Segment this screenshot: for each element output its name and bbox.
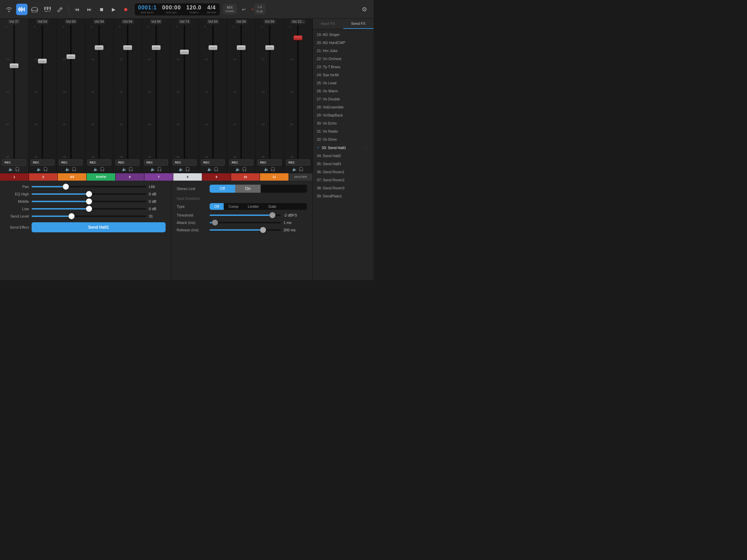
type-limiter-button[interactable]: Limiter xyxy=(243,203,264,210)
type-off-button[interactable]: Off xyxy=(210,203,224,210)
fader-thumb-6[interactable] xyxy=(152,45,160,50)
speaker-icon-11[interactable]: 🔈 xyxy=(292,167,297,171)
fader-thumb-10[interactable] xyxy=(265,45,274,50)
speaker-icon-9[interactable]: 🔈 xyxy=(235,167,240,171)
fader-thumb-2[interactable] xyxy=(38,59,47,63)
fx-item-20[interactable]: 39: SendPlate1 xyxy=(313,192,374,200)
send-level-slider[interactable] xyxy=(31,216,146,217)
channel-label-3[interactable]: 3/4 xyxy=(58,173,87,181)
rec-btn-2[interactable]: REC xyxy=(31,159,54,165)
channel-label-5[interactable]: 6 xyxy=(115,173,145,181)
channel-label-2[interactable]: 2 xyxy=(29,173,58,181)
speaker-icon-5[interactable]: 🔈 xyxy=(122,167,127,171)
fader-thumb-7[interactable] xyxy=(180,50,189,54)
headphone-icon-8[interactable]: 🎧 xyxy=(214,167,218,171)
speaker-icon-1[interactable]: 🔈 xyxy=(8,167,14,171)
wifi-icon[interactable] xyxy=(3,4,15,15)
rec-btn-4[interactable]: REC xyxy=(87,159,111,165)
master-button[interactable]: MASTER xyxy=(289,173,312,181)
rec-btn-11[interactable]: REC xyxy=(286,159,310,165)
fast-forward-button[interactable]: ⏭ xyxy=(84,4,95,15)
channel-strip-2[interactable]: Vol 540-12-16-20-48REC🔈🎧 xyxy=(29,19,57,173)
pan-slider[interactable] xyxy=(31,186,146,187)
channel-strip-4[interactable]: Vol 940-12-16-20-48REC🔈🎧 xyxy=(85,19,114,173)
channel-strip-11[interactable]: Vol 10...0-12-16-20-48REC🔈🎧 xyxy=(284,19,312,173)
low-slider[interactable] xyxy=(31,208,146,210)
headphone-icon-7[interactable]: 🎧 xyxy=(185,167,190,171)
record-button[interactable]: ⏺ xyxy=(120,4,131,15)
channel-label-4[interactable]: SYNTH xyxy=(87,173,115,181)
fader-thumb-1[interactable] xyxy=(10,63,19,68)
rec-btn-9[interactable]: REC xyxy=(229,159,253,165)
fx-item-9[interactable]: 28: VoEnsemble xyxy=(313,103,374,111)
channel-strip-9[interactable]: Vol 940-12-16-20-48REC🔈🎧 xyxy=(227,19,256,173)
headphone-icon-10[interactable]: 🎧 xyxy=(271,167,276,171)
piano-roll-icon[interactable] xyxy=(42,4,53,15)
fx-item-19[interactable]: 38: Send Room3 xyxy=(313,184,374,192)
speaker-icon-4[interactable]: 🔈 xyxy=(93,167,98,171)
type-comp-button[interactable]: Comp xyxy=(224,203,243,210)
channel-label-7[interactable]: 8 xyxy=(173,173,202,181)
fx-item-1[interactable]: 20: AG HardCMP xyxy=(313,38,374,47)
fx-item-11[interactable]: 30: Vo Echo xyxy=(313,119,374,127)
fx-item-8[interactable]: 27: Vo Double xyxy=(313,95,374,103)
channel-label-6[interactable]: 7 xyxy=(145,173,173,181)
rec-btn-8[interactable]: REC xyxy=(201,159,225,165)
fader-thumb-4[interactable] xyxy=(95,45,103,50)
input-fx-tab[interactable]: Input FX xyxy=(313,19,343,29)
stereo-on-button[interactable]: On xyxy=(235,185,261,193)
channel-strip-6[interactable]: Vol 940-12-16-20-48REC🔈🎧 xyxy=(142,19,171,173)
fx-item-3[interactable]: 22: Vn Orchest xyxy=(313,55,374,63)
fx-item-6[interactable]: 25: Vo Lead xyxy=(313,79,374,87)
release-slider[interactable] xyxy=(210,229,281,231)
type-gate-button[interactable]: Gate xyxy=(264,203,281,210)
send-hall-button[interactable]: Send Hall1 xyxy=(31,222,165,232)
channel-label-9[interactable]: 10 xyxy=(231,173,260,181)
channel-label-1[interactable]: 1 xyxy=(0,173,29,181)
channel-label-8[interactable]: 9 xyxy=(202,173,231,181)
settings-button[interactable]: ⚙ xyxy=(359,4,370,15)
fader-thumb-9[interactable] xyxy=(237,45,246,50)
waveform-icon[interactable] xyxy=(16,4,28,15)
channel-strip-1[interactable]: Vol 370-12-16-20-48REC🔈🎧 xyxy=(0,19,29,173)
threshold-slider[interactable] xyxy=(210,215,281,216)
channel-strip-5[interactable]: Vol 940-12-16-20-48REC🔈🎧 xyxy=(113,19,142,173)
speaker-icon-2[interactable]: 🔈 xyxy=(36,167,42,171)
fx-item-12[interactable]: 31: Vo Radio xyxy=(313,127,374,135)
fx-item-10[interactable]: 29: VoSlapBack xyxy=(313,111,374,119)
fx-item-14[interactable]: ✓33: Send Hall1⋮⋮ xyxy=(313,143,374,152)
send-fx-tab[interactable]: Send FX xyxy=(343,19,374,29)
headphone-icon-6[interactable]: 🎧 xyxy=(157,167,162,171)
headphone-icon-2[interactable]: 🎧 xyxy=(43,167,48,171)
channel-strip-7[interactable]: Vol 740-12-16-20-48REC🔈🎧 xyxy=(170,19,199,173)
speaker-icon-6[interactable]: 🔈 xyxy=(151,167,156,171)
drums-icon[interactable] xyxy=(29,4,40,15)
rec-btn-10[interactable]: REC xyxy=(258,159,281,165)
headphone-icon-11[interactable]: 🎧 xyxy=(299,167,304,171)
rec-btn-3[interactable]: REC xyxy=(59,159,83,165)
attack-slider[interactable] xyxy=(210,222,281,223)
speaker-icon-8[interactable]: 🔈 xyxy=(207,167,212,171)
rec-btn-1[interactable]: REC xyxy=(2,159,26,165)
mix-down-button[interactable]: MIX DOWN xyxy=(223,4,237,15)
undo-button[interactable]: ↩ xyxy=(238,4,250,15)
fader-thumb-8[interactable] xyxy=(209,45,217,50)
stop-button[interactable]: ⏹ xyxy=(96,4,107,15)
speaker-icon-3[interactable]: 🔈 xyxy=(65,167,70,171)
fx-item-17[interactable]: 36: Send Room1 xyxy=(313,168,374,176)
fader-thumb-5[interactable] xyxy=(123,45,132,50)
rec-btn-5[interactable]: REC xyxy=(115,159,139,165)
stereo-off-button[interactable]: Off xyxy=(210,185,235,193)
speaker-icon-7[interactable]: 🔈 xyxy=(179,167,184,171)
headphone-icon-1[interactable]: 🎧 xyxy=(15,167,20,171)
fx-item-menu-dots-14[interactable]: ⋮⋮ xyxy=(362,145,369,150)
middle-slider[interactable] xyxy=(31,201,146,202)
fx-item-0[interactable]: 19: AG Singer xyxy=(313,31,374,38)
channel-label-10[interactable]: 11 xyxy=(260,173,289,181)
headphone-icon-4[interactable]: 🎧 xyxy=(100,167,105,171)
track-range-button[interactable]: 1-8 9-16 xyxy=(254,4,265,15)
channel-strip-10[interactable]: Vol 940-12-16-20-48REC🔈🎧 xyxy=(256,19,284,173)
headphone-icon-5[interactable]: 🎧 xyxy=(128,167,133,171)
fx-item-2[interactable]: 21: Hm Juke xyxy=(313,47,374,55)
fx-item-18[interactable]: 37: Send Room2 xyxy=(313,176,374,184)
